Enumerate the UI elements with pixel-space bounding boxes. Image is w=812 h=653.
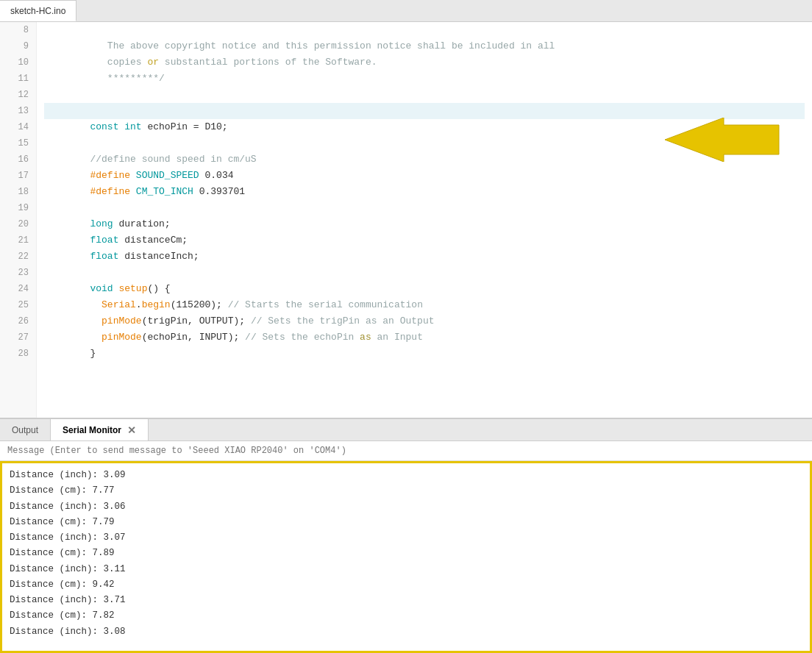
code-lines: The above copyright notice and this perm…: [37, 22, 812, 418]
tab-output-label: Output: [12, 425, 38, 435]
code-line-17: #define CM_TO_INCH 0.393701: [44, 168, 805, 184]
serial-line: Distance (inch): 3.11: [10, 562, 802, 577]
code-line-19: long duration;: [44, 200, 805, 216]
code-line-21: float distanceInch;: [44, 232, 805, 249]
serial-line: Distance (inch): 3.08: [10, 624, 802, 640]
code-line-28: [44, 346, 805, 362]
serial-line: Distance (inch): 3.06: [10, 499, 802, 515]
code-line-18: [44, 184, 805, 200]
tab-label: sketch-HC.ino: [10, 6, 65, 16]
code-line-13: const int echoPin = D10;: [44, 103, 805, 119]
code-line-23: void setup() {: [44, 265, 805, 281]
code-line-25: pinMode(trigPin, OUTPUT); // Sets the tr…: [44, 297, 805, 313]
serial-line: Distance (inch): 3.07: [10, 530, 802, 546]
tab-serial-monitor[interactable]: Serial Monitor ✕: [51, 419, 149, 440]
code-line-12: const int trigPin = D0;: [44, 87, 805, 103]
serial-output: Distance (inch): 3.09Distance (cm): 7.77…: [0, 461, 812, 653]
message-input[interactable]: [0, 441, 812, 461]
serial-line: Distance (cm): 7.89: [10, 546, 802, 561]
arrow-annotation: [665, 118, 783, 162]
svg-marker-1: [665, 118, 779, 162]
serial-line: Distance (inch): 3.71: [10, 593, 802, 608]
serial-line: Distance (cm): 9.42: [10, 577, 802, 593]
code-container: 8 9 10 11 12 13 14 15 16 17 18 19 20 21 …: [0, 22, 812, 418]
tab-serial-close[interactable]: ✕: [127, 424, 136, 436]
tab-output[interactable]: Output: [0, 419, 51, 440]
code-line-11: [44, 71, 805, 87]
code-line-22: [44, 249, 805, 265]
code-line-8: The above copyright notice and this perm…: [44, 22, 805, 38]
serial-line: Distance (cm): 7.82: [10, 608, 802, 624]
code-line-9: copies or substantial portions of the So…: [44, 38, 805, 54]
tab-serial-label: Serial Monitor: [63, 425, 121, 435]
code-line-27: }: [44, 329, 805, 346]
code-line-26: pinMode(echoPin, INPUT); // Sets the ech…: [44, 313, 805, 329]
bottom-panel: Output Serial Monitor ✕ Distance (inch):…: [0, 418, 812, 653]
editor-area: 8 9 10 11 12 13 14 15 16 17 18 19 20 21 …: [0, 22, 812, 418]
serial-line: Distance (cm): 7.79: [10, 515, 802, 530]
serial-line: Distance (inch): 3.09: [10, 468, 802, 483]
panel-tabs: Output Serial Monitor ✕: [0, 419, 812, 441]
serial-line: Distance (cm): 7.77: [10, 483, 802, 499]
tab-sketch[interactable]: sketch-HC.ino: [0, 0, 76, 21]
code-line-20: float distanceCm;: [44, 216, 805, 232]
line-numbers: 8 9 10 11 12 13 14 15 16 17 18 19 20 21 …: [0, 22, 37, 418]
code-line-10: *********/: [44, 54, 805, 71]
tab-bar: sketch-HC.ino: [0, 0, 812, 22]
code-line-24: Serial.begin(115200); // Starts the seri…: [44, 281, 805, 297]
